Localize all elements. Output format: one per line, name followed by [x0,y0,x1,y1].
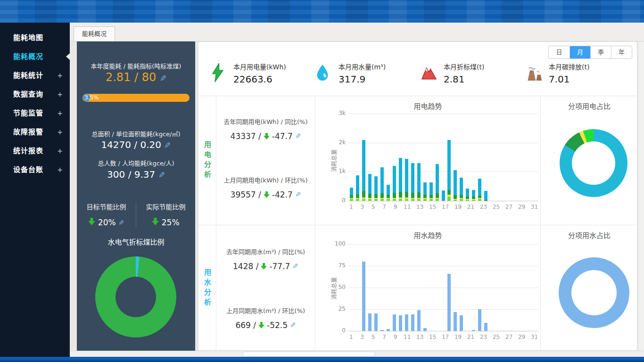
water-compare-cell: 去年同期用水(m³) / 同比(%) 1428 / -77.7 ✎ 上月同期用水… [216,225,315,351]
sidebar-item-2[interactable]: 能耗统计+ [0,66,70,85]
edit-icon[interactable]: ✎ [295,132,301,140]
edit-icon[interactable]: ✎ [158,170,165,180]
segment-light-green [393,199,396,201]
bar-day-5 [373,244,379,331]
horizontal-scrollbar-thumb[interactable] [243,352,375,357]
area-energy-value: 14270 / 0.20 ✎ [77,139,195,150]
expand-plus-icon[interactable]: + [57,141,63,160]
x-tick-label [512,204,518,210]
water-usage [362,262,365,331]
segment-dark-green [436,193,439,198]
electricity-breakdown-cell: 分项用电占比 [540,96,638,225]
sidebar-item-label: 节能监管 [13,109,43,117]
sidebar-item-5[interactable]: 故障报警+ [0,123,70,141]
gridline [348,201,538,201]
x-tick-label: 1 [348,334,354,340]
segment-light-green [368,199,372,201]
segment-dark-green [429,195,433,198]
x-tick-label [387,334,393,340]
sidebar-item-3[interactable]: 数据查询+ [0,85,70,104]
expand-plus-icon[interactable]: + [57,85,63,104]
segment-light-green [356,199,359,201]
down-arrow-icon [88,218,95,225]
x-tick-label [436,204,442,210]
expand-plus-icon[interactable]: + [57,160,63,179]
bar-day-19 [458,114,464,201]
x-tick-label [436,334,442,340]
bars-layer [348,244,538,331]
bar-day-21 [471,114,477,201]
bar-day-12 [416,114,422,201]
sidebar-item-1[interactable]: 能耗概况 [0,47,70,66]
sidebar-item-label: 能耗统计 [13,71,43,80]
edit-icon[interactable]: ✎ [295,190,301,199]
factory-icon [526,64,543,83]
tab-energy-overview[interactable]: 能耗概况 [74,26,115,41]
sidebar-item-6[interactable]: 统计报表+ [0,141,70,160]
period-button-季[interactable]: 季 [590,46,611,58]
kpi-1: 本月用水量(m³)317.9 [316,62,421,85]
bar-day-1 [348,244,355,331]
bar-day-2 [355,244,361,331]
y-tick-label: 1k [330,168,346,174]
bar-day-24 [489,244,495,331]
period-button-年[interactable]: 年 [611,46,632,58]
sidebar-item-label: 统计报表 [13,147,43,155]
kpi-0: 本月用电量(kWh)22663.6 [211,62,316,85]
x-tick-label: 13 [416,334,423,340]
water-usage [484,323,487,331]
x-tick-label: 7 [381,204,387,210]
bar-day-24 [489,114,495,201]
water-usage [478,309,481,331]
expand-plus-icon[interactable]: + [57,104,63,123]
x-tick-label [387,204,393,210]
edit-icon[interactable]: ✎ [290,321,296,329]
screen: 能耗地图能耗概况能耗统计+数据查询+节能监管+故障报警+统计报表+设备台账+ 能… [0,0,644,362]
segment-cyan [405,159,408,192]
sidebar-item-0[interactable]: 能耗地图 [0,28,70,47]
segment-cyan [374,176,378,195]
segment-light-green [447,197,451,201]
elec-mom-value: 39557 / -42.7 ✎ [216,190,315,199]
bar-day-15 [434,244,440,331]
x-tick-label [525,334,531,340]
bar-day-15 [434,114,440,201]
bar-day-22 [477,244,483,331]
x-tick-label: 15 [429,204,436,210]
expand-plus-icon[interactable]: + [57,123,63,141]
edit-icon[interactable]: ✎ [164,140,171,150]
expand-plus-icon[interactable]: + [57,66,63,85]
bar-day-8 [391,244,397,331]
desktop-top-band [0,0,644,23]
annual-energy-label: 本年度能耗 / 能耗指标(吨标准煤) [77,61,195,70]
bar-day-29 [520,244,526,331]
horizontal-scrollbar[interactable] [70,351,644,357]
edit-icon[interactable]: ✎ [160,74,166,83]
sidebar-item-7[interactable]: 设备台账+ [0,160,70,179]
period-button-日[interactable]: 日 [549,46,570,58]
electricity-breakdown-donut-chart [560,129,627,197]
water-yoy-label: 去年同期用水(m³) / 同比(%) [216,247,315,256]
segment-light-green [472,200,475,201]
sidebar-item-4[interactable]: 节能监管+ [0,104,70,123]
segment-dark-green [350,195,353,198]
x-tick-label: 31 [531,334,538,340]
bar-day-23 [483,244,489,331]
segment-cyan [368,174,372,194]
segment-cyan [466,189,469,197]
x-tick-label [354,334,360,340]
bar-day-13 [422,244,428,331]
down-arrow-icon [258,322,264,329]
kpi-label: 本月用电量(kWh) [233,62,286,71]
segment-cyan [356,175,359,194]
edit-icon[interactable]: ✎ [118,219,124,227]
segment-cyan [350,188,353,195]
vertical-scrollbar[interactable] [638,41,644,351]
elec-mom-label: 上月同期用电(kWh) / 环比(%) [216,175,315,184]
period-button-月[interactable]: 月 [570,46,590,58]
bar-day-10 [404,114,410,201]
x-tick-label: 23 [480,334,487,340]
segment-cyan [423,182,427,195]
sidebar-item-label: 能耗地图 [13,33,43,42]
edit-icon[interactable]: ✎ [292,262,298,271]
